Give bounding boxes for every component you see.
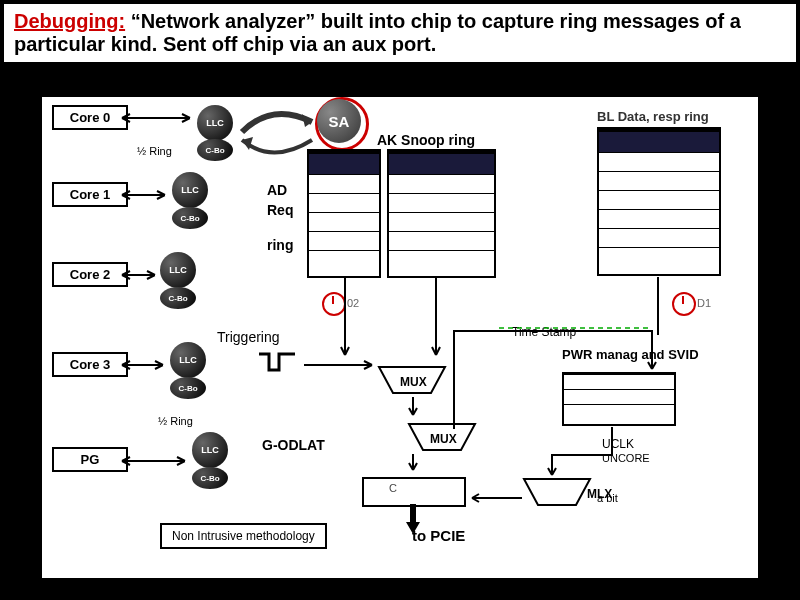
connector-line bbox=[467, 492, 527, 504]
sa-node: SA bbox=[317, 99, 361, 143]
connector-line bbox=[542, 425, 622, 480]
cbo-node-2: C-Bo bbox=[160, 287, 196, 309]
cbo-node-1: C-Bo bbox=[172, 207, 208, 229]
cbo-node-3: C-Bo bbox=[170, 377, 206, 399]
double-arrow-icon bbox=[120, 189, 170, 201]
flow-arrow bbox=[339, 275, 351, 365]
double-arrow-icon bbox=[120, 455, 190, 467]
llc-node-3: LLC bbox=[170, 342, 206, 378]
double-arrow-icon bbox=[120, 112, 195, 124]
connector-line bbox=[452, 329, 662, 439]
ad-label: AD bbox=[267, 182, 287, 198]
trigger-arrow bbox=[302, 357, 382, 372]
ak-snoop-label: AK Snoop ring bbox=[377, 132, 475, 148]
llc-node-4: LLC bbox=[192, 432, 228, 468]
half-ring-label-2: ½ Ring bbox=[158, 415, 193, 427]
pg-box: PG bbox=[52, 447, 128, 472]
flow-arrow bbox=[430, 275, 442, 365]
cursor-indicator: C bbox=[389, 482, 397, 494]
cbo-node-0: C-Bo bbox=[197, 139, 233, 161]
mlx-label: MLX bbox=[587, 487, 612, 501]
llc-node-1: LLC bbox=[172, 172, 208, 208]
double-arrow-icon bbox=[120, 269, 160, 281]
non-intrusive-box: Non Intrusive methodology bbox=[160, 523, 327, 549]
double-arrow-icon bbox=[120, 359, 168, 371]
clock-icon-2 bbox=[672, 292, 696, 316]
flow-arrow bbox=[407, 395, 419, 423]
core-0-box: Core 0 bbox=[52, 105, 128, 130]
flow-arrow bbox=[407, 452, 419, 478]
bl-data-label: BL Data, resp ring bbox=[597, 109, 709, 124]
mlx-shape bbox=[522, 477, 592, 507]
half-ring-label-1: ½ Ring bbox=[137, 145, 172, 157]
ring-arrow-top2 bbox=[237, 135, 317, 165]
triggering-label: Triggering bbox=[217, 329, 280, 345]
flow-arrow-big bbox=[404, 502, 422, 537]
clock-label-2: D1 bbox=[697, 297, 711, 309]
req-label: Req bbox=[267, 202, 293, 218]
cbo-node-4: C-Bo bbox=[192, 467, 228, 489]
llc-node-2: LLC bbox=[160, 252, 196, 288]
llc-node-0: LLC bbox=[197, 105, 233, 141]
sa-label: SA bbox=[329, 113, 350, 130]
header: Debugging: “Network analyzer” built into… bbox=[2, 2, 798, 64]
ring-label: ring bbox=[267, 237, 293, 253]
trigger-pulse-icon bbox=[257, 352, 297, 372]
core-2-box: Core 2 bbox=[52, 262, 128, 287]
capture-buffer-1 bbox=[307, 149, 381, 278]
core-3-box: Core 3 bbox=[52, 352, 128, 377]
mux-label-1: MUX bbox=[400, 375, 427, 389]
godlat-label: G-ODLAT bbox=[262, 437, 325, 453]
core-1-box: Core 1 bbox=[52, 182, 128, 207]
capture-buffer-3 bbox=[597, 127, 721, 276]
header-title: Debugging: bbox=[14, 10, 125, 32]
diagram-canvas: Core 0 Core 1 Core 2 Core 3 PG LLC C-Bo … bbox=[40, 95, 760, 580]
capture-buffer-2 bbox=[387, 149, 496, 278]
